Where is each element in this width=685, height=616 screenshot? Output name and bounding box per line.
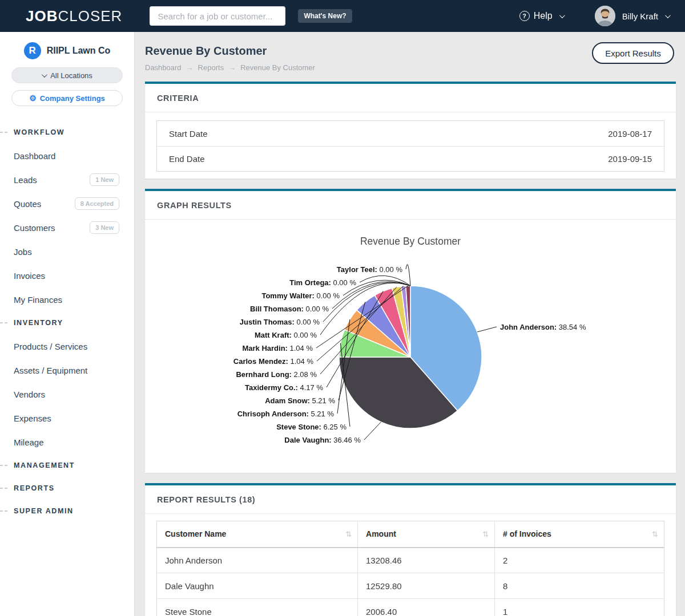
sidebar-item-label: Vendors [14, 390, 45, 399]
leader-line [360, 275, 410, 286]
avatar-image [595, 6, 615, 26]
table-row[interactable]: Dale Vaughn12529.808 [157, 573, 664, 599]
sidebar-item-label: Customers [14, 223, 55, 233]
pie-label-name: Matt Kraft: [255, 331, 292, 339]
report-column-label: Amount [366, 529, 396, 538]
chevron-down-icon[interactable] [665, 13, 671, 18]
leader-line [364, 422, 381, 440]
pie-label-tommy-walter: Tommy Walter: 0.00 % [261, 291, 340, 300]
sidebar-item-label: Mileage [14, 437, 44, 447]
sidebar-item-invoices[interactable]: Invoices [0, 264, 134, 287]
sidebar-item-assets-equipment[interactable]: Assets / Equipment [0, 358, 134, 382]
criteria-panel: CRITERIA Start Date2019-08-17End Date201… [145, 82, 676, 179]
pie-label-name: Bill Thomason: [250, 305, 304, 313]
sidebar-item-vendors[interactable]: Vendors [0, 382, 134, 406]
pie-label-chrisoph-anderson: Chrisoph Anderson: 5.21 % [237, 410, 334, 418]
dash-icon [0, 488, 7, 489]
gear-icon: ⚙ [29, 94, 37, 103]
sidebar-item-jobs[interactable]: Jobs [0, 240, 134, 264]
breadcrumb-item-reports[interactable]: Reports [198, 63, 224, 72]
criteria-label: End Date [169, 154, 205, 164]
company-settings-button[interactable]: ⚙ Company Settings [11, 90, 123, 106]
navbar-right: ? Help Billy Kraft [519, 6, 669, 26]
sidebar-badge: 8 Accepted [75, 197, 119, 210]
sidebar-item-label: Products / Services [14, 342, 87, 351]
sidebar-item-my-finances[interactable]: My Finances [0, 287, 134, 311]
sidebar-item-mileage[interactable]: Mileage [0, 430, 134, 454]
pie-label-bill-thomason: Bill Thomason: 0.00 % [250, 305, 329, 313]
report-panel-header: REPORT RESULTS (18) [145, 485, 676, 514]
pie-label-bernhard-long: Bernhard Long: 2.08 % [236, 370, 317, 379]
all-locations-dropdown[interactable]: All Locations [11, 67, 123, 83]
sidebar-item-label: Quotes [14, 199, 41, 209]
table-cell: 13208.46 [358, 548, 495, 573]
pie-label-name: Taxidermy Co.: [245, 383, 298, 392]
criteria-value[interactable]: 2019-09-15 [608, 154, 652, 164]
pie-label-john-anderson: John Anderson: 38.54 % [500, 323, 586, 331]
pie-label-adam-snow: Adam Snow: 5.21 % [265, 396, 335, 405]
report-column-label: Customer Name [165, 529, 226, 538]
dash-icon [0, 322, 7, 323]
help-icon: ? [519, 11, 530, 21]
breadcrumb: Dashboard→Reports→Revenue By Customer [145, 63, 675, 72]
logo-light-part: CLOSER [58, 7, 122, 25]
sidebar-item-quotes[interactable]: Quotes8 Accepted [0, 192, 134, 216]
breadcrumb-arrow-icon: → [186, 63, 194, 72]
sidebar-badge: 1 New [90, 173, 119, 186]
sidebar-item-label: Leads [14, 175, 37, 185]
criteria-panel-header: CRITERIA [145, 84, 676, 112]
criteria-row-end-date: End Date2019-09-15 [157, 146, 664, 171]
sidebar-item-products-services[interactable]: Products / Services [0, 334, 134, 358]
sidebar-badge: 3 New [90, 221, 119, 234]
sidebar-section-label: INVENTORY [14, 319, 63, 327]
help-label: Help [534, 11, 553, 21]
global-search-input[interactable] [150, 6, 285, 26]
page-header: Revenue By Customer Dashboard→Reports→Re… [135, 32, 685, 82]
criteria-row-start-date: Start Date2019-08-17 [157, 121, 664, 146]
report-column-customer-name[interactable]: Customer Name⇅ [157, 521, 358, 548]
sidebar-section-label: SUPER ADMIN [14, 507, 74, 515]
pie-label-name: Adam Snow: [265, 396, 310, 405]
pie-label-matt-kraft: Matt Kraft: 0.00 % [255, 331, 317, 339]
sidebar-item-label: Dashboard [14, 151, 55, 161]
leader-line [406, 265, 410, 286]
sort-icon[interactable]: ⇅ [345, 530, 352, 538]
sidebar-item-customers[interactable]: Customers3 New [0, 216, 134, 240]
breadcrumb-item-dashboard[interactable]: Dashboard [145, 63, 182, 72]
sidebar-section-reports[interactable]: REPORTS [0, 477, 134, 500]
sidebar-item-dashboard[interactable]: Dashboard [0, 144, 134, 168]
sidebar-item-expenses[interactable]: Expenses [0, 406, 134, 430]
pie-label-name: Tommy Walter: [261, 291, 314, 300]
sidebar-section-super-admin[interactable]: SUPER ADMIN [0, 500, 134, 522]
graph-results-panel: GRAPH RESULTS Revenue By Customer Taylor… [145, 189, 676, 473]
table-row[interactable]: Steve Stone2006.401 [157, 599, 664, 616]
criteria-value[interactable]: 2019-08-17 [608, 129, 652, 139]
whats-new-button[interactable]: What's New? [298, 9, 352, 23]
main-content: Revenue By Customer Dashboard→Reports→Re… [135, 32, 685, 616]
pie-label-name: Bernhard Long: [236, 370, 292, 379]
breadcrumb-item-revenue-by-customer[interactable]: Revenue By Customer [240, 63, 315, 72]
export-results-button[interactable]: Export Results [592, 42, 674, 64]
report-column-of-invoices[interactable]: # of Invoices⇅ [495, 521, 664, 548]
help-menu[interactable]: ? Help [519, 11, 563, 21]
report-column-amount[interactable]: Amount⇅ [358, 521, 495, 548]
pie-label-taylor-teel: Taylor Teel: 0.00 % [337, 265, 402, 274]
sidebar-item-leads[interactable]: Leads1 New [0, 168, 134, 192]
report-results-panel: REPORT RESULTS (18) Customer Name⇅Amount… [145, 483, 676, 616]
table-row[interactable]: John Anderson13208.462 [157, 548, 664, 573]
sort-icon[interactable]: ⇅ [652, 530, 658, 538]
report-body: Customer Name⇅Amount⇅# of Invoices⇅ John… [145, 514, 676, 616]
user-name[interactable]: Billy Kraft [622, 11, 658, 21]
sidebar-section-workflow[interactable]: WORKFLOW [0, 121, 134, 144]
sidebar-item-label: Invoices [14, 271, 45, 281]
user-avatar[interactable] [595, 6, 615, 26]
graph-panel-header: GRAPH RESULTS [145, 191, 676, 220]
sidebar-section-label: MANAGEMENT [14, 461, 75, 469]
sidebar-section-management[interactable]: MANAGEMENT [0, 454, 134, 477]
pie-label-tim-ortega: Tim Ortega: 0.00 % [289, 278, 356, 287]
sort-icon[interactable]: ⇅ [482, 530, 489, 538]
app-logo[interactable]: JOBCLOSER [26, 7, 122, 25]
pie-label-name: Tim Ortega: [289, 278, 331, 287]
top-navbar: JOBCLOSER What's New? ? Help Billy Kraft [0, 0, 685, 32]
sidebar-section-inventory[interactable]: INVENTORY [0, 311, 134, 334]
